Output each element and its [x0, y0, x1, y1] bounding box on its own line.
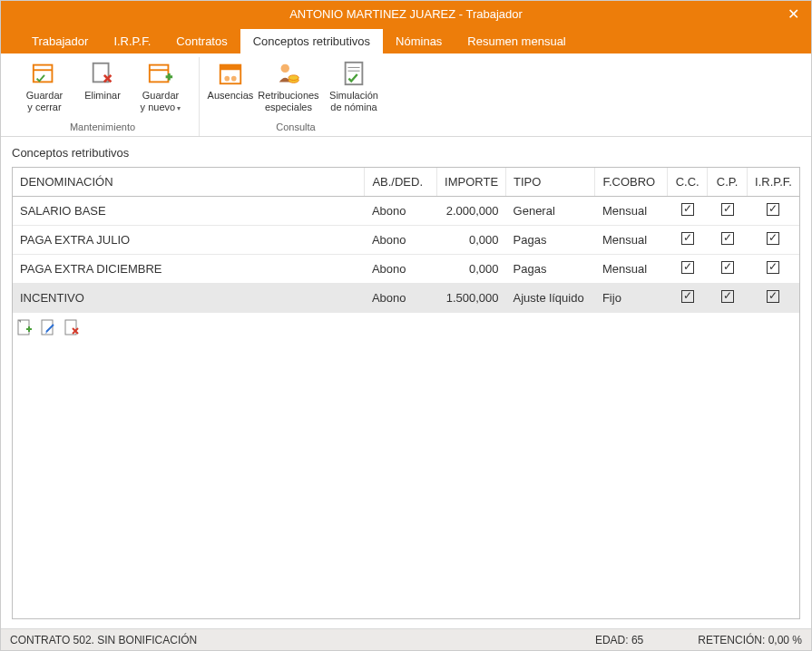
tab-conceptos-retributivos[interactable]: Conceptos retributivos: [240, 29, 383, 53]
table-row[interactable]: PAGA EXTRA JULIOAbono0,000PagasMensual: [13, 226, 799, 255]
col-cc[interactable]: C.C.: [668, 168, 708, 197]
save-new-icon: [146, 59, 175, 88]
ribbon-btn-guardar-y-cerrar[interactable]: Guardary cerrar: [12, 57, 77, 113]
ribbon-btn-label: Ausencias: [208, 90, 254, 102]
col-importe[interactable]: IMPORTE: [437, 168, 506, 197]
concepts-table: DENOMINACIÓN AB./DED. IMPORTE TIPO F.COB…: [13, 168, 799, 313]
checkbox-irpf[interactable]: [767, 261, 779, 274]
ribbon-group-consulta: AusenciasRetribucionesespecialesSimulaci…: [200, 57, 392, 136]
row-actions: [13, 313, 799, 342]
col-fcobro[interactable]: F.COBRO: [595, 168, 668, 197]
col-abded[interactable]: AB./DED.: [365, 168, 437, 197]
cell-cp[interactable]: [708, 284, 748, 313]
ribbon: Guardary cerrarEliminarGuardary nuevo ▾M…: [1, 53, 811, 137]
simulate-icon: [339, 59, 368, 88]
col-tipo[interactable]: TIPO: [506, 168, 595, 197]
concepts-table-wrap: DENOMINACIÓN AB./DED. IMPORTE TIPO F.COB…: [12, 167, 800, 619]
checkbox-cc[interactable]: [681, 232, 694, 245]
checkbox-cc[interactable]: [681, 203, 694, 216]
cell-cp[interactable]: [708, 255, 748, 284]
svg-point-9: [281, 64, 289, 73]
cell-cc[interactable]: [668, 226, 708, 255]
checkbox-cc[interactable]: [681, 290, 694, 303]
cell-abded: Abono: [365, 226, 437, 255]
cell-denominacion: SALARIO BASE: [13, 197, 365, 226]
row-action-delete[interactable]: [64, 318, 80, 336]
checkbox-cp[interactable]: [721, 232, 734, 245]
tab-resumen-mensual[interactable]: Resumen mensual: [455, 29, 578, 53]
cell-importe: 1.500,000: [437, 284, 506, 313]
cell-importe: 0,000: [437, 255, 506, 284]
cell-importe: 2.000,000: [437, 197, 506, 226]
ribbon-btn-label2: especiales: [265, 102, 312, 113]
tab-trabajador[interactable]: Trabajador: [19, 29, 101, 53]
checkbox-irpf[interactable]: [767, 203, 779, 216]
save-close-icon: [30, 59, 59, 88]
col-irpf[interactable]: I.R.P.F.: [747, 168, 799, 197]
window-title: ANTONIO MARTINEZ JUAREZ - Trabajador: [289, 7, 523, 21]
checkbox-cc[interactable]: [681, 261, 694, 274]
ribbon-group-mantenimiento: Guardary cerrarEliminarGuardary nuevo ▾M…: [6, 57, 200, 136]
table-row[interactable]: INCENTIVOAbono1.500,000Ajuste líquidoFij…: [13, 284, 799, 313]
cell-cc[interactable]: [668, 197, 708, 226]
statusbar: CONTRATO 502. SIN BONIFICACIÓN EDAD: 65 …: [1, 628, 811, 650]
status-retention: RETENCIÓN: 0,00 %: [698, 634, 802, 646]
svg-rect-15: [18, 320, 29, 335]
svg-point-8: [231, 76, 237, 82]
ribbon-btn-eliminar[interactable]: Eliminar: [77, 57, 128, 113]
cell-cp[interactable]: [708, 226, 748, 255]
special-pay-icon: [274, 59, 303, 88]
tab-contratos[interactable]: Contratos: [163, 29, 240, 53]
table-row[interactable]: PAGA EXTRA DICIEMBREAbono0,000PagasMensu…: [13, 255, 799, 284]
table-row[interactable]: SALARIO BASEAbono2.000,000GeneralMensual: [13, 197, 799, 226]
cell-irpf[interactable]: [747, 226, 799, 255]
ribbon-group-label: Consulta: [276, 121, 315, 134]
close-button[interactable]: ✕: [775, 1, 811, 26]
ribbon-group-label: Mantenimiento: [70, 121, 135, 134]
col-cp[interactable]: C.P.: [708, 168, 748, 197]
svg-rect-12: [346, 63, 363, 84]
ribbon-btn-retribuciones-especiales[interactable]: Retribucionesespeciales: [256, 57, 321, 113]
tabstrip: TrabajadorI.R.P.F.ContratosConceptos ret…: [1, 26, 811, 53]
ribbon-btn-ausencias[interactable]: Ausencias: [205, 57, 256, 113]
titlebar: ANTONIO MARTINEZ JUAREZ - Trabajador ✕: [1, 1, 811, 26]
checkbox-cp[interactable]: [721, 290, 734, 303]
cell-abded: Abono: [365, 284, 437, 313]
cell-importe: 0,000: [437, 226, 506, 255]
ribbon-btn-guardar-y-nuevo[interactable]: Guardary nuevo ▾: [128, 57, 193, 113]
cell-irpf[interactable]: [747, 284, 799, 313]
cell-abded: Abono: [365, 255, 437, 284]
ribbon-btn-label: Retribuciones: [258, 90, 318, 102]
cell-cc[interactable]: [668, 284, 708, 313]
cell-denominacion: PAGA EXTRA JULIO: [13, 226, 365, 255]
cell-abded: Abono: [365, 197, 437, 226]
svg-point-7: [224, 76, 230, 82]
ribbon-btn-label: Eliminar: [84, 90, 121, 102]
ribbon-btn-label2: y cerrar: [27, 102, 61, 113]
ribbon-btn-simulaci-n-de-n-mina[interactable]: Simulaciónde nómina: [321, 57, 386, 113]
cell-tipo: General: [506, 197, 595, 226]
cell-denominacion: INCENTIVO: [13, 284, 365, 313]
cell-cp[interactable]: [708, 197, 748, 226]
svg-rect-0: [34, 65, 53, 83]
cell-cc[interactable]: [668, 255, 708, 284]
tab-i-r-p-f-[interactable]: I.R.P.F.: [101, 29, 163, 53]
row-action-add[interactable]: [16, 318, 33, 336]
svg-rect-3: [150, 65, 169, 83]
ribbon-btn-label: Guardar: [26, 90, 63, 102]
checkbox-irpf[interactable]: [767, 290, 779, 303]
cell-fcobro: Mensual: [595, 255, 668, 284]
checkbox-irpf[interactable]: [767, 232, 779, 245]
cell-irpf[interactable]: [747, 255, 799, 284]
checkbox-cp[interactable]: [721, 203, 734, 216]
cell-irpf[interactable]: [747, 197, 799, 226]
row-action-edit[interactable]: [40, 318, 56, 336]
tab-n-minas[interactable]: Nóminas: [383, 29, 455, 53]
delete-icon: [88, 59, 117, 88]
checkbox-cp[interactable]: [721, 261, 734, 274]
cell-fcobro: Mensual: [595, 226, 668, 255]
content-area: Conceptos retributivos DENOMINACIÓN AB./…: [1, 137, 811, 628]
ribbon-btn-label: Guardar: [142, 90, 179, 102]
col-denominacion[interactable]: DENOMINACIÓN: [13, 168, 365, 197]
chevron-down-icon: ▾: [175, 104, 181, 112]
